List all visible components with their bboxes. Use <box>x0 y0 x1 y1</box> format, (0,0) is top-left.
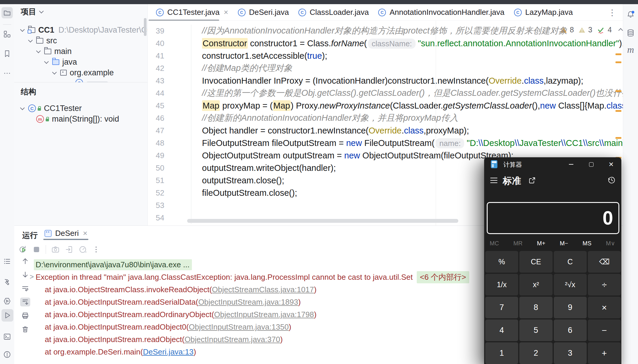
line-number[interactable]: 52 <box>148 188 164 198</box>
more-tools-button[interactable] <box>1 68 13 79</box>
editor-tab-lazymap-java[interactable]: CLazyMap.java <box>509 4 577 21</box>
code-text[interactable]: //因为AnnotationInvocationHandler对象的构造方法由p… <box>202 25 567 37</box>
calc-key-CE[interactable]: CE <box>519 251 552 273</box>
calculator-titlebar[interactable]: 计算器 × <box>484 158 621 171</box>
stacktrace-link[interactable]: ObjectInputStream.java:1350 <box>189 322 289 332</box>
code-line[interactable]: 43InvocationHandler InProxy = (Invocatio… <box>148 74 623 87</box>
calc-key-C[interactable]: C <box>554 251 587 273</box>
line-number[interactable]: 51 <box>148 176 164 185</box>
chevron-down-icon[interactable] <box>20 105 25 110</box>
hamburger-menu-icon[interactable] <box>490 178 497 184</box>
project-panel-header[interactable]: 项目 <box>21 7 43 17</box>
structure-item-cc1tester[interactable]: CCC1Tester <box>14 103 147 114</box>
chevron-down-icon[interactable] <box>36 48 41 53</box>
stacktrace-link[interactable]: DeSeri.java:13 <box>143 347 194 357</box>
code-line[interactable]: 47Object handler = constructor1.newInsta… <box>148 124 623 137</box>
run-tool-button[interactable] <box>1 309 13 322</box>
project-item-java[interactable]: java <box>14 57 147 67</box>
line-number[interactable]: 43 <box>148 76 164 85</box>
import-thread-dump-button[interactable] <box>65 245 73 254</box>
soft-wrap-button[interactable] <box>20 284 30 293</box>
modules-tool-button[interactable] <box>1 28 13 40</box>
calc-key-8[interactable]: 8 <box>519 297 552 318</box>
calc-key-[interactable]: % <box>485 251 518 273</box>
calc-key-[interactable]: − <box>588 320 621 341</box>
code-line[interactable]: 46//创建新的AnnotationInvocationHandler对象，并且… <box>148 112 623 124</box>
calc-key-x[interactable]: ²√x <box>554 274 587 295</box>
code-text[interactable]: outputStream.writeObject(handler); <box>202 163 336 173</box>
stacktrace-link[interactable]: ObjectInputStream.java:1798 <box>214 310 314 319</box>
code-line[interactable]: 44//这里的第一个参数一般是Obj.getClass().getClassLo… <box>148 87 623 99</box>
memory-button-m−[interactable]: M− <box>560 238 568 248</box>
code-text[interactable]: //创建新的AnnotationInvocationHandler对象，并且将p… <box>202 112 458 124</box>
code-text[interactable]: FileOutputStream fileOutputStream = new … <box>202 138 623 148</box>
database-tool-button[interactable] <box>625 27 636 39</box>
stripe-warning-mark[interactable] <box>615 110 621 112</box>
code-text[interactable]: Constructor constructor1 = Class.forName… <box>202 39 623 48</box>
code-text[interactable]: Map proxyMap = (Map) Proxy.newProxyInsta… <box>202 101 623 111</box>
line-number[interactable]: 49 <box>148 151 164 160</box>
line-number[interactable]: 42 <box>148 64 164 73</box>
project-item-org-example[interactable]: org.example <box>14 67 147 78</box>
code-text[interactable]: constructor1.setAccessible(true); <box>202 51 327 61</box>
calc-key-1[interactable]: 1 <box>485 342 518 364</box>
stop-button[interactable] <box>33 246 40 253</box>
editor-tab-annotationinvocationhandler-java[interactable]: CAnnotationInvocationHandler.java <box>373 4 509 21</box>
notifications-button[interactable] <box>625 9 636 20</box>
code-line[interactable]: 40Constructor constructor1 = Class.forNa… <box>148 37 623 50</box>
stripe-warning-mark[interactable] <box>615 137 621 139</box>
calc-key-x[interactable]: x² <box>519 274 552 295</box>
chevron-down-icon[interactable] <box>52 70 57 74</box>
terminal-tool-button[interactable] <box>1 331 13 342</box>
clear-console-trash-button[interactable] <box>20 325 30 334</box>
close-button[interactable]: × <box>604 158 618 171</box>
memory-button-ms[interactable]: MS <box>583 238 591 248</box>
maximize-button[interactable] <box>585 158 598 171</box>
calc-key-[interactable]: ÷ <box>588 274 621 295</box>
project-item-src[interactable]: src <box>14 35 147 46</box>
calc-key-[interactable]: ⌫ <box>588 251 621 273</box>
line-number[interactable]: 54 <box>148 213 164 222</box>
project-item-cc1[interactable]: CC1D:\Desktop\JavaTester\CC1 <box>14 25 147 35</box>
project-item-main[interactable]: main <box>14 46 147 57</box>
line-number[interactable]: 48 <box>148 139 164 148</box>
structure-item-main-string-void[interactable]: mmain(String[]): void <box>14 114 147 124</box>
chevron-down-icon[interactable] <box>20 27 25 32</box>
scroll-down-button[interactable] <box>20 270 30 279</box>
code-text[interactable]: InvocationHandler InProxy = (InvocationH… <box>202 76 583 86</box>
fold-chevron-icon[interactable]: > <box>30 273 34 281</box>
line-number[interactable]: 50 <box>148 163 164 173</box>
calc-key-4[interactable]: 4 <box>485 320 518 341</box>
bookmarks-tool-button[interactable] <box>1 48 13 59</box>
chevron-down-icon[interactable] <box>44 59 49 64</box>
minimize-button[interactable] <box>564 158 578 171</box>
calc-key-5[interactable]: 5 <box>519 320 552 341</box>
calc-key-1x[interactable]: 1/x <box>485 274 518 295</box>
stripe-warning-mark[interactable] <box>615 61 621 63</box>
calc-key-[interactable]: × <box>588 297 621 318</box>
maven-tool-button[interactable]: m <box>625 44 636 55</box>
chevron-down-icon[interactable] <box>28 38 33 42</box>
project-tool-button[interactable] <box>1 7 13 18</box>
editor-horizontal-scrollbar[interactable] <box>187 219 458 223</box>
close-icon[interactable]: × <box>224 8 228 17</box>
line-number[interactable]: 45 <box>148 101 164 110</box>
code-text[interactable]: //这里的第一个参数一般是Obj.getClass().getClassLoad… <box>202 87 623 99</box>
console-tab-deseri[interactable]: DeSeri × <box>44 229 87 238</box>
history-icon[interactable] <box>607 176 616 185</box>
editor-tab-cc1tester-java[interactable]: CCC1Tester.java× <box>151 4 233 21</box>
code-line[interactable]: 42//创建Map类的代理对象 <box>148 62 623 74</box>
code-text[interactable]: outputStream.close(); <box>202 176 284 185</box>
close-icon[interactable]: × <box>83 229 87 238</box>
profiler-button[interactable] <box>79 245 87 254</box>
camera-snapshot-button[interactable] <box>51 245 60 254</box>
editor-tab-deseri-java[interactable]: CDeSeri.java <box>233 4 294 21</box>
editor-tab-classloader-java[interactable]: CClassLoader.java <box>294 4 373 21</box>
calc-key-[interactable]: + <box>588 342 621 364</box>
stripe-warning-mark[interactable] <box>615 53 621 55</box>
print-button[interactable] <box>20 311 30 320</box>
project-scrollbar[interactable] <box>144 18 147 36</box>
line-number[interactable]: 47 <box>148 126 164 135</box>
calc-key-2[interactable]: 2 <box>519 342 552 364</box>
stacktrace-link[interactable]: ObjectStreamClass.java:1017 <box>212 285 314 294</box>
